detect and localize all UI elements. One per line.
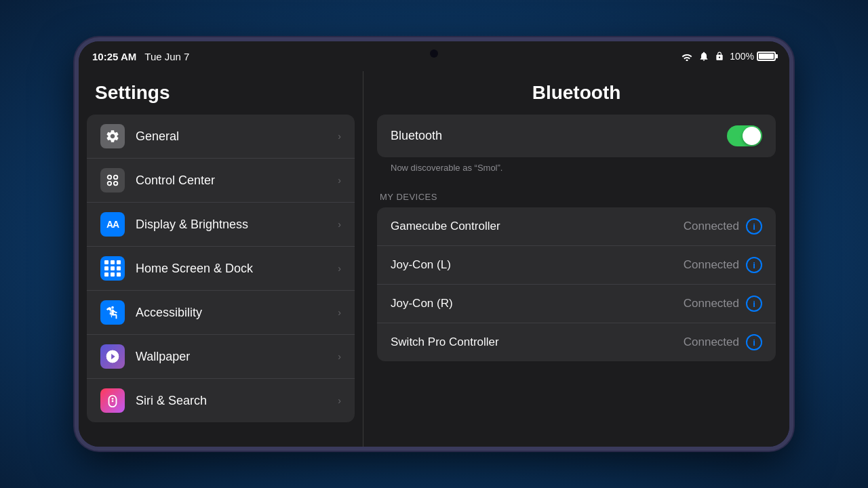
bluetooth-toggle-switch[interactable] (727, 125, 762, 146)
bluetooth-title: Bluetooth (532, 82, 621, 103)
top-right-button (627, 37, 667, 41)
dots-grid-icon (104, 260, 121, 277)
device-status-container-gamecube: Connected i (684, 218, 762, 235)
battery-fill (759, 54, 774, 59)
device-name-switch-pro: Switch Pro Controller (391, 336, 499, 349)
device-status-switch-pro: Connected (684, 336, 739, 349)
display-brightness-chevron: › (338, 219, 341, 230)
siri-icon (100, 388, 125, 413)
bluetooth-header: Bluetooth (363, 71, 789, 115)
top-left-button (201, 37, 241, 41)
lock-icon (715, 51, 724, 62)
general-icon (100, 124, 125, 148)
settings-item-accessibility[interactable]: Accessibility › (87, 291, 355, 335)
bluetooth-toggle-row[interactable]: Bluetooth (377, 115, 776, 157)
svg-point-4 (111, 306, 114, 309)
bluetooth-toggle-section: Bluetooth (377, 115, 776, 157)
wallpaper-label: Wallpaper (136, 350, 190, 364)
svg-point-6 (112, 401, 114, 403)
svg-point-0 (108, 176, 112, 180)
info-button-joycon-l[interactable]: i (746, 257, 762, 273)
settings-item-general[interactable]: General › (87, 115, 355, 159)
device-row-joycon-r[interactable]: Joy-Con (R) Connected i (377, 285, 776, 323)
status-time: 10:25 AM (92, 51, 136, 62)
device-status-joycon-r: Connected (684, 297, 739, 310)
device-row-switch-pro[interactable]: Switch Pro Controller Connected i (377, 323, 776, 361)
settings-item-wallpaper[interactable]: Wallpaper › (87, 335, 355, 379)
device-row-gamecube[interactable]: Gamecube Controller Connected i (377, 207, 776, 246)
control-center-icon (100, 168, 125, 192)
siri-search-chevron: › (338, 395, 341, 406)
device-name-joycon-r: Joy-Con (R) (391, 297, 453, 310)
settings-item-siri-search[interactable]: Siri & Search › (87, 379, 355, 422)
bluetooth-panel: Bluetooth Bluetooth Now discoverable as … (363, 71, 789, 447)
home-screen-icon (100, 256, 125, 281)
wifi-icon (681, 52, 693, 61)
battery-icon (757, 52, 776, 61)
accessibility-label: Accessibility (136, 306, 202, 320)
home-screen-label: Home Screen & Dock (136, 262, 253, 276)
svg-point-3 (114, 182, 118, 186)
my-devices-header: MY DEVICES (377, 181, 776, 207)
device-status-gamecube: Connected (684, 220, 739, 233)
settings-header: Settings (79, 71, 363, 115)
display-brightness-icon: AA (100, 212, 125, 237)
device-row-joycon-l[interactable]: Joy-Con (L) Connected i (377, 246, 776, 285)
info-button-joycon-r[interactable]: i (746, 296, 762, 312)
battery-percent: 100% (730, 51, 754, 62)
control-center-label: Control Center (136, 174, 215, 188)
device-status-container-switch-pro: Connected i (684, 334, 762, 350)
general-label: General (136, 129, 179, 144)
siri-search-label: Siri & Search (136, 394, 207, 408)
ipad-screen: 10:25 AM Tue Jun 7 (79, 41, 789, 447)
status-bar-right: 100% (681, 51, 776, 62)
bluetooth-content: Bluetooth Now discoverable as “Smol”. MY… (363, 115, 789, 447)
bluetooth-toggle-label: Bluetooth (391, 129, 442, 143)
home-screen-chevron: › (338, 263, 341, 274)
display-brightness-label: Display & Brightness (136, 218, 248, 232)
device-status-container-joycon-l: Connected i (684, 257, 762, 273)
discoverable-text: Now discoverable as “Smol”. (377, 163, 776, 181)
accessibility-icon (100, 300, 125, 325)
device-name-joycon-l: Joy-Con (L) (391, 258, 451, 272)
battery-container: 100% (730, 51, 776, 62)
settings-item-control-center[interactable]: Control Center › (87, 159, 355, 203)
svg-point-5 (112, 398, 114, 400)
svg-point-1 (114, 176, 118, 180)
wallpaper-chevron: › (338, 351, 341, 362)
info-button-switch-pro[interactable]: i (746, 334, 762, 350)
device-status-container-joycon-r: Connected i (684, 296, 762, 312)
wallpaper-icon (100, 344, 125, 369)
ipad-frame: 10:25 AM Tue Jun 7 (75, 37, 793, 451)
status-date: Tue Jun 7 (144, 51, 189, 62)
device-status-joycon-l: Connected (684, 258, 739, 272)
main-content: Settings General › (79, 71, 789, 447)
device-name-gamecube: Gamecube Controller (391, 220, 500, 233)
toggle-knob (743, 127, 761, 145)
info-button-gamecube[interactable]: i (746, 218, 762, 235)
status-bar-left: 10:25 AM Tue Jun 7 (92, 51, 189, 62)
settings-item-home-screen-dock[interactable]: Home Screen & Dock › (87, 247, 355, 291)
settings-item-display-brightness[interactable]: AA Display & Brightness › (87, 203, 355, 247)
settings-title: Settings (95, 82, 170, 103)
accessibility-chevron: › (338, 307, 341, 318)
settings-panel: Settings General › (79, 71, 363, 447)
settings-list: General › Control (79, 115, 363, 447)
alarm-icon (698, 51, 709, 62)
svg-point-2 (108, 182, 112, 186)
status-bar: 10:25 AM Tue Jun 7 (79, 41, 789, 71)
devices-list: Gamecube Controller Connected i Joy-Con … (377, 207, 776, 361)
general-chevron: › (338, 131, 341, 142)
control-center-chevron: › (338, 175, 341, 186)
